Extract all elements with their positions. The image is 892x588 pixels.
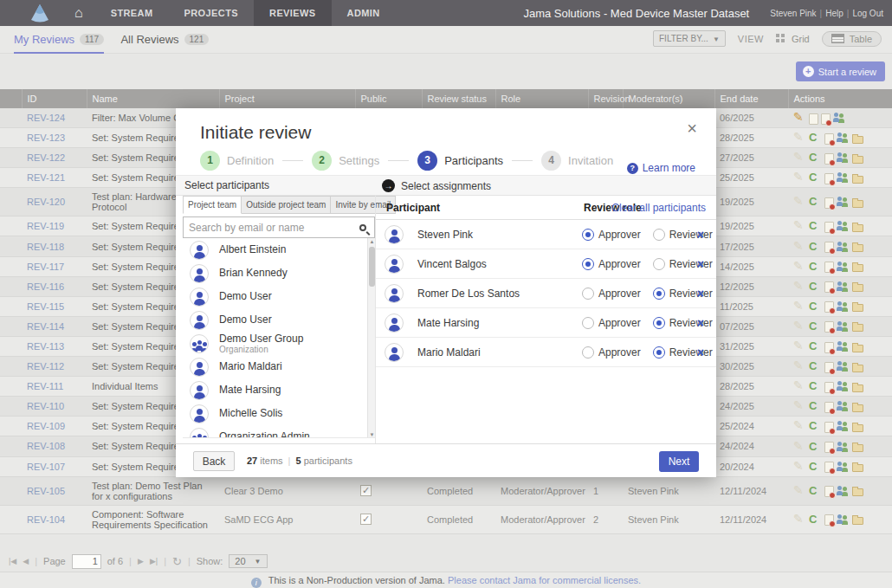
doc-red-icon[interactable]	[824, 462, 834, 473]
doc-red-icon[interactable]	[824, 362, 834, 373]
doc-red-icon[interactable]	[824, 402, 834, 413]
edit-dim-icon[interactable]	[793, 380, 806, 392]
row-select-cell[interactable]	[0, 436, 22, 456]
reopen-icon[interactable]	[809, 241, 822, 253]
review-id-link[interactable]: REV-108	[27, 441, 65, 451]
row-select-cell[interactable]	[0, 188, 22, 216]
reopen-icon[interactable]	[809, 220, 822, 232]
review-id-link[interactable]: REV-110	[27, 401, 64, 411]
folder-icon[interactable]	[852, 404, 863, 412]
review-id-link[interactable]: REV-121	[27, 172, 65, 183]
review-id-link[interactable]: REV-114	[27, 321, 64, 332]
edit-dim-icon[interactable]	[793, 340, 806, 352]
edit-dim-icon[interactable]	[793, 514, 806, 526]
participant-list-item[interactable]: Mate Harsing	[183, 378, 375, 402]
public-checkbox[interactable]: ✓	[360, 514, 372, 525]
row-select-cell[interactable]	[0, 108, 22, 128]
folder-icon[interactable]	[852, 264, 863, 272]
edit-dim-icon[interactable]	[793, 360, 806, 372]
view-table-button[interactable]: Table	[822, 31, 882, 47]
help-link[interactable]: Help	[825, 9, 844, 18]
users-icon[interactable]	[837, 360, 850, 372]
review-id-link[interactable]: REV-104	[27, 514, 65, 525]
users-icon[interactable]	[837, 220, 850, 232]
column-header-moderators[interactable]: Moderator(s)	[623, 89, 714, 108]
edit-dim-icon[interactable]	[793, 241, 806, 253]
clear-all-participants-link[interactable]: Clear all participants	[611, 202, 706, 214]
folder-icon[interactable]	[852, 517, 863, 525]
reopen-icon[interactable]	[809, 132, 822, 144]
edit-dim-icon[interactable]	[793, 196, 806, 208]
users-icon[interactable]	[837, 152, 850, 164]
users-icon[interactable]	[837, 514, 850, 526]
folder-icon[interactable]	[852, 304, 863, 312]
participant-list-item[interactable]: Mario Maldari	[183, 355, 375, 378]
reopen-icon[interactable]	[809, 461, 822, 473]
page-size-select[interactable]: 20▼	[229, 554, 267, 568]
step-settings[interactable]: 2Settings	[312, 151, 379, 171]
folder-icon[interactable]	[852, 156, 863, 164]
public-checkbox[interactable]: ✓	[360, 485, 372, 496]
folder-icon[interactable]	[852, 365, 863, 372]
doc-red-icon[interactable]	[824, 486, 834, 497]
users-icon[interactable]	[837, 241, 850, 253]
users-icon[interactable]	[837, 171, 850, 184]
reviewer-radio[interactable]	[653, 346, 665, 359]
row-select-cell[interactable]	[0, 336, 22, 356]
doc-red-icon[interactable]	[824, 222, 834, 233]
column-header-end-date[interactable]: End date	[714, 89, 788, 108]
refresh-icon[interactable]: ↻	[172, 555, 182, 568]
review-id-link[interactable]: REV-122	[27, 152, 65, 163]
folder-icon[interactable]	[852, 324, 863, 332]
select-column-header[interactable]	[0, 89, 22, 108]
column-header-revision[interactable]: Revision	[588, 89, 623, 108]
next-button[interactable]: Next	[659, 451, 699, 472]
row-select-cell[interactable]	[0, 296, 22, 316]
doc-red-icon[interactable]	[824, 321, 834, 333]
doc-red-icon[interactable]	[821, 113, 831, 125]
reopen-icon[interactable]	[809, 441, 822, 453]
row-select-cell[interactable]	[0, 236, 22, 256]
users-icon[interactable]	[837, 340, 850, 352]
doc-plain-icon[interactable]	[809, 113, 818, 125]
row-select-cell[interactable]	[0, 128, 22, 148]
scrollbar-thumb[interactable]	[369, 247, 375, 287]
reopen-icon[interactable]	[809, 485, 822, 497]
participant-list-item[interactable]: Demo User	[183, 308, 375, 332]
edit-dim-icon[interactable]	[793, 281, 806, 293]
step-definition[interactable]: 1Definition	[200, 151, 274, 171]
approver-radio[interactable]	[582, 317, 594, 329]
doc-red-icon[interactable]	[824, 422, 834, 433]
remove-participant-icon[interactable]: ×	[697, 316, 704, 330]
doc-red-icon[interactable]	[824, 301, 834, 313]
participant-list-item[interactable]: Organization Admin	[183, 425, 375, 438]
users-icon[interactable]	[837, 281, 850, 293]
row-select-cell[interactable]	[0, 456, 22, 476]
edit-dim-icon[interactable]	[793, 441, 806, 453]
folder-icon[interactable]	[852, 284, 863, 292]
scroll-down-icon[interactable]: ▼	[369, 432, 375, 437]
license-link[interactable]: Please contact Jama for commercial licen…	[448, 575, 641, 585]
edit-dim-icon[interactable]	[793, 152, 806, 164]
nav-item-stream[interactable]: STREAM	[95, 0, 169, 26]
logout-link[interactable]: Log Out	[852, 9, 883, 18]
folder-icon[interactable]	[852, 488, 863, 496]
view-grid-button[interactable]: Grid	[776, 34, 810, 44]
folder-icon[interactable]	[852, 200, 863, 208]
reopen-icon[interactable]	[809, 300, 822, 313]
scroll-up-icon[interactable]: ▲	[369, 239, 375, 244]
doc-red-icon[interactable]	[824, 514, 834, 526]
reopen-icon[interactable]	[809, 400, 822, 412]
users-icon[interactable]	[837, 441, 850, 453]
users-icon[interactable]	[837, 132, 850, 144]
row-select-cell[interactable]	[0, 505, 22, 533]
reopen-icon[interactable]	[809, 152, 822, 164]
search-input[interactable]	[189, 222, 359, 234]
review-id-link[interactable]: REV-113	[27, 341, 64, 352]
remove-participant-icon[interactable]: ×	[697, 228, 704, 242]
edit-dim-icon[interactable]	[793, 132, 806, 144]
edit-dim-icon[interactable]	[793, 300, 806, 313]
approver-radio[interactable]	[582, 346, 594, 359]
nav-item-admin[interactable]: ADMIN	[332, 0, 396, 26]
review-id-link[interactable]: REV-112	[27, 361, 64, 372]
